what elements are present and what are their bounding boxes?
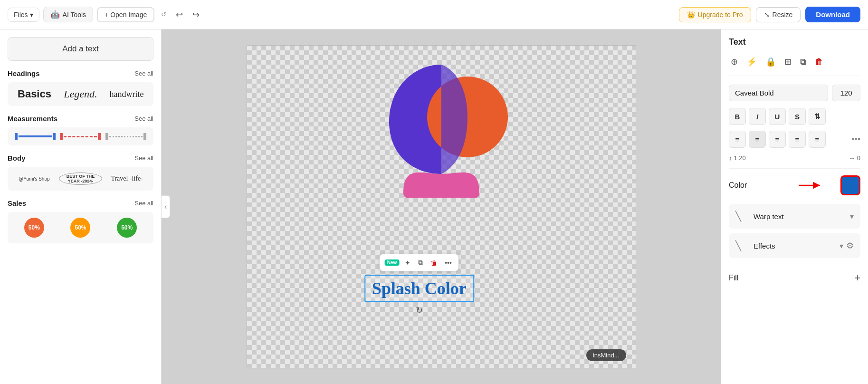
duplicate-icon[interactable]: ⧉: [416, 257, 425, 269]
format-row: B I U S ⇅: [729, 108, 860, 125]
redo-button[interactable]: ↪: [190, 7, 202, 23]
lock-icon[interactable]: 🔒: [763, 55, 778, 69]
text-toolbar: New ✦ ⧉ 🗑 •••: [380, 254, 459, 271]
sidebar-toggle[interactable]: ‹: [162, 195, 170, 218]
divider2: [729, 265, 860, 265]
canvas[interactable]: New ✦ ⧉ 🗑 ••• Splash Color ↻ insMind...: [247, 45, 636, 368]
spacing-row: ↕ 1.20 ↔ 0: [729, 154, 860, 162]
measure-solid-item[interactable]: [15, 133, 56, 140]
ai-edit-icon[interactable]: ✦: [403, 257, 412, 269]
body-sample1[interactable]: @Yumi's Shop: [19, 176, 49, 182]
sales-badge2[interactable]: 50%: [70, 218, 90, 238]
bold-button[interactable]: B: [729, 108, 746, 125]
font-size-box[interactable]: 120: [832, 85, 860, 101]
crown-icon: 👑: [687, 11, 695, 19]
align-left-button[interactable]: ≡: [729, 131, 746, 148]
font-basics-sample[interactable]: Basics: [18, 88, 51, 100]
body-sample2[interactable]: BEST OF THE YEAR -2024-: [59, 173, 103, 185]
measurements-section-header: Measurements See all: [8, 115, 153, 123]
panel-title: Text: [729, 37, 860, 47]
color-swatch[interactable]: [840, 175, 860, 195]
main-content: Add a text Headings See all Basics Legen…: [0, 29, 868, 384]
download-label: Download: [816, 10, 850, 19]
effects-row[interactable]: ╲ Effects ▾ ⚙: [729, 233, 860, 258]
headings-see-all[interactable]: See all: [134, 70, 153, 77]
sales-section-header: Sales See all: [8, 199, 153, 207]
resize-icon: ⤡: [764, 11, 770, 19]
more-options-icon[interactable]: •••: [443, 257, 454, 269]
fill-add-button[interactable]: +: [854, 272, 860, 284]
sales-see-all[interactable]: See all: [134, 200, 153, 207]
measure-dotted-item[interactable]: [105, 133, 146, 140]
divider1: [729, 168, 860, 169]
sales-grid: 50% 50% 50%: [8, 212, 153, 243]
more-format-button[interactable]: •••: [851, 134, 860, 144]
undo-icon: ↩: [176, 10, 183, 19]
resize-label: Resize: [773, 11, 793, 19]
effects-label: Effects: [754, 242, 839, 250]
ai-tools-label: AI Tools: [63, 11, 86, 19]
logo-shape: [375, 60, 508, 198]
add-text-label: Add a text: [62, 44, 99, 53]
canvas-text-content[interactable]: Splash Color: [364, 275, 474, 302]
font-handwrite-sample[interactable]: handwrite: [110, 89, 144, 99]
align-right-button[interactable]: ≡: [769, 131, 786, 148]
open-image-label: + Open Image: [105, 11, 147, 19]
download-button[interactable]: Download: [805, 7, 860, 22]
measure-dashed-item[interactable]: [60, 133, 101, 140]
italic-button[interactable]: I: [749, 108, 766, 125]
line-height-value: 1.20: [734, 154, 746, 162]
add-text-button[interactable]: Add a text: [8, 37, 153, 61]
measurements-grid: [8, 127, 153, 145]
warp-text-row[interactable]: ╲ Warp text ▾: [729, 204, 860, 229]
headings-section-header: Headings See all: [8, 69, 153, 77]
copy-icon[interactable]: ⧉: [798, 55, 808, 69]
body-see-all[interactable]: See all: [134, 154, 153, 162]
font-row: Caveat Bold 120: [729, 85, 860, 101]
strikethrough-button[interactable]: S: [789, 108, 806, 125]
right-panel: Text ⊕ ⚡ 🔒 ⊞ ⧉ 🗑 Caveat Bold 120 B I U S…: [721, 29, 868, 384]
rotate-handle[interactable]: ↻: [364, 305, 474, 316]
underline-button[interactable]: U: [769, 108, 786, 125]
font-legend-sample[interactable]: Legend.: [64, 88, 97, 100]
measurements-see-all[interactable]: See all: [134, 115, 153, 122]
sales-badge1[interactable]: 50%: [24, 218, 44, 238]
files-chevron-icon: ▾: [30, 11, 33, 19]
align-row: ≡ ≡ ≡ ≡ ≡ •••: [729, 131, 860, 148]
delete-icon[interactable]: 🗑: [429, 257, 439, 269]
warp-chevron-icon: ▾: [850, 212, 854, 221]
color-arrow: [794, 178, 832, 192]
layers-icon[interactable]: ⊕: [729, 55, 740, 69]
font-name-box[interactable]: Caveat Bold: [729, 85, 828, 101]
files-button[interactable]: Files ▾: [8, 8, 39, 22]
body-section-header: Body See all: [8, 154, 153, 162]
align-justify-button[interactable]: ≡: [789, 131, 806, 148]
canvas-text-element[interactable]: New ✦ ⧉ 🗑 ••• Splash Color ↻: [364, 275, 474, 316]
align-full-button[interactable]: ≡: [809, 131, 826, 148]
ai-tools-button[interactable]: 🤖 AI Tools: [43, 7, 94, 22]
arrange-icon[interactable]: ⊞: [782, 55, 793, 69]
vertical-text-button[interactable]: ⇅: [809, 108, 826, 125]
effects-settings-icon[interactable]: ⚙: [846, 240, 854, 251]
sales-badge3[interactable]: 50%: [117, 218, 137, 238]
ai-icon: 🤖: [50, 10, 60, 19]
headings-grid: Basics Legend. handwrite: [8, 82, 153, 106]
sync-button[interactable]: ↺: [158, 8, 169, 21]
body-title: Body: [8, 154, 26, 162]
warp-icon: ╲: [735, 210, 749, 223]
new-badge: New: [385, 259, 400, 266]
canvas-area: ‹ New ✦ ⧉: [162, 29, 721, 384]
undo-button[interactable]: ↩: [173, 7, 186, 23]
resize-button[interactable]: ⤡ Resize: [756, 7, 801, 22]
open-image-button[interactable]: + Open Image: [97, 7, 154, 22]
align-center-button[interactable]: ≡: [749, 131, 766, 148]
upgrade-button[interactable]: 👑 Upgrade to Pro: [679, 7, 751, 22]
letter-spacing-value: 0: [857, 154, 860, 162]
watermark: insMind...: [586, 349, 626, 361]
fill-label: Fill: [729, 274, 854, 282]
redo-icon: ↪: [192, 10, 200, 19]
body-sample3[interactable]: Travel -life-: [111, 175, 143, 182]
animate-icon[interactable]: ⚡: [744, 55, 759, 69]
sync-icon: ↺: [161, 11, 166, 18]
trash-icon[interactable]: 🗑: [813, 55, 825, 69]
